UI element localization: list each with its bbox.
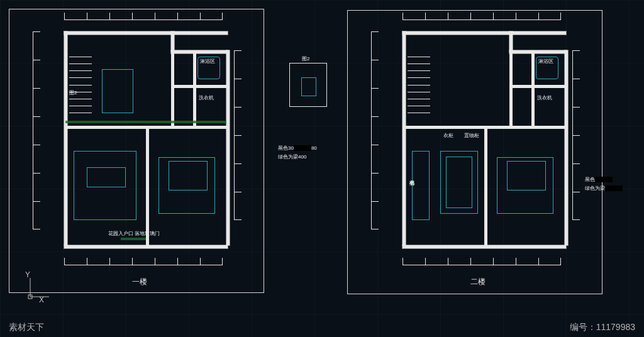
wall [509,85,565,88]
redact-block [605,185,623,191]
floorplan-1[interactable]: 淋浴区 洗衣机 花园入户口 落地玻璃门 图2 一楼 [45,31,234,251]
dimension-row [33,31,40,229]
wall [402,31,566,35]
floor-title-1: 一楼 [45,277,234,287]
redact-block [294,145,311,151]
wall [64,126,226,129]
wall [509,50,513,126]
wall [146,126,149,245]
desk-icon [412,151,430,220]
ucs-x-label: X [39,296,44,304]
room-label-bathroom: 淋浴区 [200,58,215,65]
wall [64,245,228,248]
room-label-cabinet1: 衣柜 [443,132,453,139]
watermark-bar: 素材天下 编号：11179983 [0,318,644,337]
dimension-row [402,258,561,265]
wall [171,50,228,53]
wall [171,50,174,126]
rug-icon [440,151,478,214]
wall [193,50,196,126]
beam [121,238,146,240]
dimension-row [402,13,561,20]
sofa-set-icon [74,151,136,220]
floorplan-2[interactable]: 淋浴区 洗衣机 书桌书柜 衣柜 置物柜 二楼 [384,31,572,251]
legend-line2: 绿色为梁400 [278,153,306,160]
wall [509,50,566,53]
dining-table-icon [102,69,133,113]
legend-line1: 黑色3080 [278,145,317,152]
wall [531,50,535,126]
ucs-y-label: Y [25,270,30,279]
wall [484,126,487,245]
stairs-icon [69,57,92,113]
room-label-laundry: 洗衣机 [199,94,214,101]
wall [171,85,226,88]
wall [402,31,406,245]
bed-icon [158,157,215,214]
beam [65,121,226,123]
detail-title: 图2 [302,55,309,62]
room-label-bathroom: 淋浴区 [538,58,553,65]
watermark-left: 素材天下 [9,322,44,333]
dimension-row [572,50,580,220]
wall [565,50,568,245]
watermark-right: 编号：11179983 [570,322,635,333]
detail-furniture-icon [301,77,316,96]
legend-line3: 黑色 [585,176,613,183]
dimension-row [64,13,223,20]
wall [402,126,565,129]
dimension-row [64,258,223,265]
detail-view[interactable] [289,63,327,107]
stairs-icon [408,57,430,113]
marker-label: 图2 [69,89,77,96]
redact-block [595,177,613,182]
dimension-row [234,50,242,220]
floor-title-2: 二楼 [384,277,572,287]
ucs-icon: X Y [25,277,50,304]
cad-canvas[interactable]: 淋浴区 洗衣机 花园入户口 落地玻璃门 图2 一楼 图2 黑色3080 绿色为梁… [0,0,644,337]
wall [509,31,513,52]
legend-line4: 绿色为梁 [585,185,623,192]
room-label-cabinet2: 置物柜 [464,132,479,139]
room-label-laundry: 洗衣机 [537,94,552,101]
wall [402,245,566,248]
wall [64,31,67,245]
bed-icon [497,157,553,214]
entry-note: 花园入户口 落地玻璃门 [108,231,160,237]
dimension-row [371,31,379,229]
wall [171,31,174,52]
wall [64,31,228,35]
wall [226,50,230,245]
